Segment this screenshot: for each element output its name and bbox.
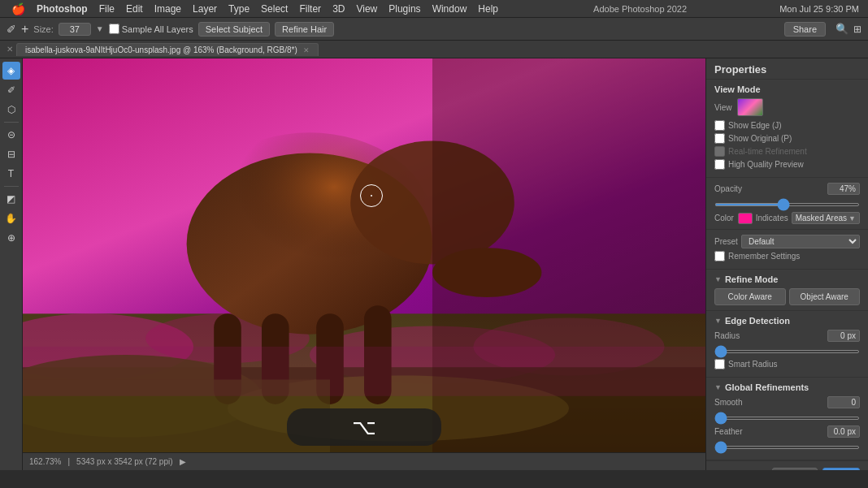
svg-rect-17: [432, 58, 705, 470]
color-label: Color: [714, 214, 735, 222]
tab-close-x[interactable]: ✕: [7, 45, 13, 54]
brush-icon[interactable]: ✐: [7, 23, 16, 36]
menu-image[interactable]: Image: [150, 2, 186, 16]
indicates-value[interactable]: Masked Areas ▼: [792, 212, 860, 224]
refine-mode-title-row: ▼ Refine Mode: [714, 274, 860, 284]
preset-select[interactable]: Default: [741, 235, 860, 248]
preset-row: Preset Default: [714, 235, 860, 248]
feather-value[interactable]: 0.0 px: [827, 425, 860, 438]
feather-slider-container: [714, 441, 860, 451]
edge-detection-label: Edge Detection: [725, 316, 790, 326]
menu-file[interactable]: File: [94, 2, 119, 16]
tool-zoom[interactable]: ⊕: [2, 229, 20, 247]
menu-view[interactable]: View: [351, 2, 382, 16]
preset-label: Preset: [714, 237, 738, 246]
select-subject-button[interactable]: Select Subject: [198, 22, 270, 37]
indicates-arrow: ▼: [848, 214, 856, 222]
refine-mode-chevron[interactable]: ▼: [714, 275, 722, 283]
refine-hair-button[interactable]: Refine Hair: [275, 22, 334, 37]
refine-mode-label: Refine Mode: [725, 274, 778, 284]
global-refinements-chevron[interactable]: ▼: [714, 383, 722, 391]
high-quality-label: High Quality Preview: [728, 160, 804, 169]
global-refinements-title-row: ▼ Global Refinements: [714, 382, 860, 392]
search-icon[interactable]: 🔍: [835, 23, 848, 35]
smooth-slider[interactable]: [714, 417, 860, 420]
preset-section: Preset Default Remember Settings: [706, 230, 868, 270]
menu-edit[interactable]: Edit: [121, 2, 148, 16]
opacity-value[interactable]: 47%: [827, 183, 860, 195]
menu-plugins[interactable]: Plugins: [384, 2, 425, 16]
tab-close[interactable]: ✕: [303, 46, 310, 54]
left-toolbar: ◈ ✐ ⬡ ⊝ ⊟ T ◩ ✋ ⊕: [0, 58, 23, 470]
reset-button[interactable]: ↺: [751, 468, 767, 470]
remember-checkbox[interactable]: [714, 251, 725, 261]
remember-label: Remember Settings: [728, 252, 800, 261]
add-icon[interactable]: +: [21, 22, 28, 37]
menu-app[interactable]: Photoshop: [32, 2, 93, 16]
color-swatch[interactable]: [738, 213, 753, 224]
panel-title: Properties: [706, 58, 868, 80]
radius-row: Radius 0 px: [714, 330, 860, 342]
tool-selection[interactable]: ◈: [2, 62, 20, 80]
smart-radius-label: Smart Radius: [728, 360, 778, 369]
view-icon[interactable]: ⊞: [853, 24, 861, 35]
menu-3d[interactable]: 3D: [328, 2, 349, 16]
view-thumbnail[interactable]: [737, 98, 763, 116]
menu-select[interactable]: Select: [256, 2, 293, 16]
edge-detection-title-row: ▼ Edge Detection: [714, 316, 860, 326]
tool-brush[interactable]: ✐: [2, 81, 20, 99]
tab-filename: isabella-juskova-9aNItHjuOc0-unsplash.jp…: [25, 45, 297, 54]
view-label: View: [714, 103, 732, 112]
show-edge-checkbox[interactable]: [714, 120, 725, 131]
app-title: Adobe Photoshop 2022: [505, 4, 775, 14]
menu-window[interactable]: Window: [427, 2, 472, 16]
opacity-slider-container: [714, 198, 860, 208]
edge-detection-chevron[interactable]: ▼: [714, 317, 722, 325]
smooth-value[interactable]: 0: [827, 396, 860, 408]
smart-radius-checkbox[interactable]: [714, 359, 725, 369]
sample-all-label[interactable]: Sample All Layers: [109, 24, 193, 34]
tab-bar: ✕ isabella-juskova-9aNItHjuOc0-unsplash.…: [0, 41, 868, 58]
menu-help[interactable]: Help: [473, 2, 503, 16]
menu-filter[interactable]: Filter: [294, 2, 326, 16]
indicates-text: Masked Areas: [796, 214, 847, 222]
radius-slider-container: [714, 345, 860, 355]
alt-key-indicator: ⌥: [287, 408, 441, 446]
view-mode-label: View Mode: [714, 84, 761, 94]
show-edge-label: Show Edge (J): [728, 121, 782, 130]
status-bar: 162.73% | 5343 px x 3542 px (72 ppi) ▶: [23, 452, 705, 470]
show-original-checkbox[interactable]: [714, 133, 725, 144]
share-button[interactable]: Share: [784, 22, 826, 37]
size-arrow[interactable]: ▼: [96, 24, 104, 33]
size-label: Size:: [33, 24, 53, 34]
document-tab[interactable]: isabella-juskova-9aNItHjuOc0-unsplash.jp…: [16, 43, 319, 56]
tool-type[interactable]: T: [2, 165, 20, 183]
feather-slider[interactable]: [714, 446, 860, 449]
opacity-slider[interactable]: [714, 203, 860, 206]
apple-logo[interactable]: 🍎: [7, 1, 30, 17]
tool-lasso[interactable]: ⊝: [2, 126, 20, 144]
ok-button[interactable]: OK: [822, 468, 860, 470]
main-area: ◈ ✐ ⬡ ⊝ ⊟ T ◩ ✋ ⊕: [0, 58, 868, 470]
object-aware-button[interactable]: Object Aware: [789, 288, 861, 305]
high-quality-checkbox[interactable]: [714, 159, 725, 170]
color-aware-button[interactable]: Color Aware: [714, 288, 786, 305]
realtime-label: Real-time Refinement: [728, 147, 807, 156]
cancel-button[interactable]: Cancel: [772, 468, 818, 470]
tool-shapes[interactable]: ⬡: [2, 101, 20, 119]
menubar-time: Mon Jul 25 9:30 PM: [777, 4, 861, 14]
menu-layer[interactable]: Layer: [188, 2, 222, 16]
radius-value[interactable]: 0 px: [827, 330, 860, 342]
refine-mode-section: ▼ Refine Mode Color Aware Object Aware: [706, 270, 868, 311]
edge-detection-section: ▼ Edge Detection Radius 0 px Smart Radiu…: [706, 311, 868, 378]
size-input[interactable]: 37: [59, 23, 91, 36]
radius-slider[interactable]: [714, 350, 860, 353]
arrow-right[interactable]: ▶: [180, 457, 186, 466]
smooth-row: Smooth 0: [714, 396, 860, 408]
tool-path[interactable]: ◩: [2, 190, 20, 208]
canvas-area[interactable]: ⌥ 162.73% | 5343 px x 3542 px (72 ppi) ▶: [23, 58, 705, 470]
sample-all-checkbox[interactable]: [109, 24, 119, 34]
tool-crop[interactable]: ⊟: [2, 145, 20, 163]
tool-hand[interactable]: ✋: [2, 209, 20, 227]
menu-type[interactable]: Type: [224, 2, 254, 16]
